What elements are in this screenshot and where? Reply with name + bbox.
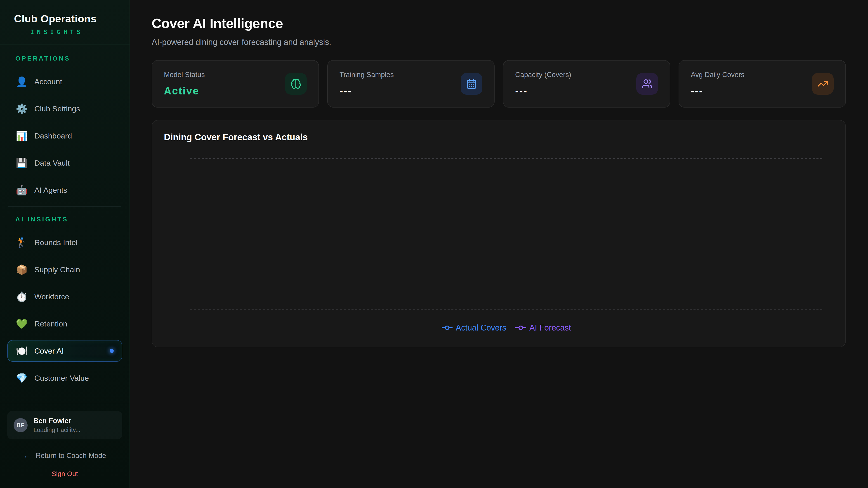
sidebar-item-label: Club Settings	[34, 104, 80, 113]
stat-card-model-status: Model Status Active	[152, 60, 319, 107]
return-to-coach-mode-label: Return to Coach Mode	[36, 452, 106, 460]
chart-plot-area: Actual Covers AI Forecast	[190, 158, 823, 310]
chart-gridline-top	[190, 158, 823, 159]
package-icon: 📦	[16, 264, 28, 275]
sidebar-section-divider	[8, 206, 121, 207]
main-content: Cover AI Intelligence AI-powered dining …	[130, 0, 868, 488]
floppy-disk-icon: 💾	[16, 158, 28, 168]
sidebar-item-label: Dashboard	[34, 131, 72, 140]
app-root: Club Operations INSIGHTS OPERATIONS 👤 Ac…	[0, 0, 868, 488]
stat-label: Model Status	[164, 71, 205, 79]
user-card[interactable]: BF Ben Fowler Loading Facility...	[7, 411, 122, 440]
sidebar-item-cover-ai[interactable]: 🍽️ Cover AI	[7, 340, 122, 362]
gear-icon: ⚙️	[16, 103, 28, 114]
sidebar-item-label: Retention	[34, 320, 67, 328]
stat-card-avg-daily-covers: Avg Daily Covers ---	[679, 60, 846, 107]
sidebar-item-label: AI Agents	[34, 186, 67, 195]
user-icon: 👤	[16, 76, 28, 87]
green-heart-icon: 💚	[16, 318, 28, 329]
stat-label: Capacity (Covers)	[515, 71, 571, 79]
sidebar-item-club-settings[interactable]: ⚙️ Club Settings	[7, 98, 122, 120]
sidebar-item-label: Supply Chain	[34, 265, 80, 274]
stat-card-capacity: Capacity (Covers) ---	[503, 60, 670, 107]
chart-legend: Actual Covers AI Forecast	[190, 323, 823, 332]
sidebar-item-retention[interactable]: 💚 Retention	[7, 313, 122, 335]
sidebar-item-label: Customer Value	[34, 374, 89, 383]
sidebar-item-rounds-intel[interactable]: 🏌️ Rounds Intel	[7, 232, 122, 253]
sidebar-item-label: Cover AI	[34, 347, 64, 355]
sidebar-item-dashboard[interactable]: 📊 Dashboard	[7, 125, 122, 147]
chart-gridline-bottom	[190, 309, 823, 310]
page-subtitle: AI-powered dining cover forecasting and …	[152, 37, 846, 47]
robot-icon: 🤖	[16, 185, 28, 196]
bar-chart-icon: 📊	[16, 130, 28, 141]
stat-value: ---	[691, 85, 744, 97]
app-subtitle: INSIGHTS	[14, 29, 96, 35]
user-name: Ben Fowler	[33, 417, 81, 425]
golfer-icon: 🏌️	[16, 237, 28, 248]
sidebar-item-label: Workforce	[34, 292, 69, 301]
sidebar-item-label: Rounds Intel	[34, 238, 78, 247]
section-label-ai-insights: AI INSIGHTS	[16, 216, 122, 223]
sidebar-footer-divider	[0, 403, 129, 403]
user-status: Loading Facility...	[33, 427, 81, 433]
stats-row: Model Status Active Training Samples ---	[152, 60, 846, 107]
stat-label: Training Samples	[340, 71, 394, 79]
legend-label: Actual Covers	[456, 323, 506, 332]
sidebar-item-label: Account	[34, 77, 62, 86]
legend-label: AI Forecast	[529, 323, 571, 332]
calendar-icon	[461, 73, 483, 95]
page-title: Cover AI Intelligence	[152, 17, 846, 30]
sidebar-item-label: Data Vault	[34, 159, 70, 167]
sidebar-item-data-vault[interactable]: 💾 Data Vault	[7, 152, 122, 174]
sidebar-item-account[interactable]: 👤 Account	[7, 71, 122, 92]
sidebar-footer: BF Ben Fowler Loading Facility... ← Retu…	[0, 403, 129, 488]
stat-value: Active	[164, 85, 205, 97]
trending-up-icon	[812, 73, 834, 95]
sidebar-item-customer-value[interactable]: 💎 Customer Value	[7, 367, 122, 389]
sidebar-header: Club Operations INSIGHTS	[0, 0, 129, 45]
stat-value: ---	[340, 85, 394, 97]
brain-icon	[285, 73, 307, 95]
stat-label: Avg Daily Covers	[691, 71, 744, 79]
sidebar: Club Operations INSIGHTS OPERATIONS 👤 Ac…	[0, 0, 130, 488]
legend-line-icon	[442, 325, 453, 330]
left-arrow-icon: ←	[24, 451, 31, 460]
sidebar-item-supply-chain[interactable]: 📦 Supply Chain	[7, 259, 122, 281]
sidebar-nav: OPERATIONS 👤 Account ⚙️ Club Settings 📊 …	[0, 45, 129, 394]
legend-line-icon	[515, 325, 526, 330]
return-to-coach-mode-link[interactable]: ← Return to Coach Mode	[0, 451, 129, 460]
sign-out-button[interactable]: Sign Out	[0, 470, 129, 478]
stopwatch-icon: ⏱️	[16, 291, 28, 302]
sidebar-item-workforce[interactable]: ⏱️ Workforce	[7, 286, 122, 307]
section-label-operations: OPERATIONS	[16, 55, 122, 62]
gem-icon: 💎	[16, 372, 28, 384]
chart-title: Dining Cover Forecast vs Actuals	[164, 132, 308, 142]
sidebar-item-ai-agents[interactable]: 🤖 AI Agents	[7, 179, 122, 201]
legend-item-ai-forecast: AI Forecast	[515, 323, 571, 332]
active-indicator-dot	[110, 349, 114, 353]
forecast-chart-panel: Dining Cover Forecast vs Actuals Actual …	[152, 120, 846, 347]
stat-card-training-samples: Training Samples ---	[327, 60, 495, 107]
legend-item-actual-covers: Actual Covers	[442, 323, 506, 332]
fork-knife-plate-icon: 🍽️	[16, 346, 28, 357]
app-title: Club Operations	[14, 13, 96, 25]
stat-value: ---	[515, 85, 571, 97]
users-icon	[636, 73, 658, 95]
avatar: BF	[13, 418, 28, 432]
